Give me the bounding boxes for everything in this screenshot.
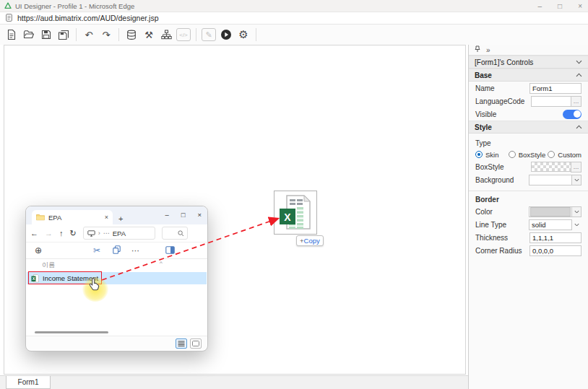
chevron-down-icon: [576, 60, 582, 64]
explorer-command-bar: ⊕ ✂ ⋯: [26, 242, 207, 259]
explorer-tab-epa[interactable]: EPA ×: [32, 210, 113, 224]
type-radio-group: Skin BoxStyle Custom: [469, 149, 588, 160]
file-explorer-window[interactable]: EPA × + – □ × ← → ↑ ↻ › ⋯ EPA: [25, 206, 208, 351]
panel-toolbar: »: [469, 45, 588, 56]
open-folder-button[interactable]: [20, 27, 38, 43]
controls-header[interactable]: [Form1]'s Controls: [469, 56, 588, 69]
window-controls: – □ ×: [538, 0, 582, 12]
run-button[interactable]: [217, 27, 235, 43]
line-type-value: solid: [529, 219, 572, 230]
horizontal-scrollbar[interactable]: [26, 330, 207, 336]
new-tab-button[interactable]: +: [118, 214, 123, 223]
drag-source-highlight: [28, 271, 102, 284]
breadcrumb-ellipsis[interactable]: ⋯: [103, 230, 110, 237]
list-view-toggle[interactable]: [176, 338, 187, 349]
build-tools-button[interactable]: ⚒: [140, 27, 157, 43]
thickness-input[interactable]: [529, 232, 581, 243]
toolbar-divider: [76, 28, 77, 41]
breadcrumb-folder[interactable]: EPA: [113, 230, 126, 237]
explorer-tab-strip: EPA × + – □ ×: [26, 206, 207, 224]
database-button[interactable]: [123, 27, 140, 43]
column-header-row: 이름 ^: [26, 259, 207, 271]
file-row-income-statement[interactable]: X Income Statement: [27, 272, 207, 284]
sitemap-button[interactable]: [157, 27, 175, 43]
maximize-button[interactable]: □: [558, 0, 562, 12]
chevron-down-icon: [571, 206, 581, 217]
svg-text:X: X: [284, 211, 291, 222]
collapse-panel-icon[interactable]: »: [486, 46, 490, 54]
close-button[interactable]: ×: [578, 0, 582, 12]
radio-custom[interactable]: Custom: [548, 151, 581, 159]
explorer-tab-title: EPA: [48, 214, 101, 222]
explorer-search-box[interactable]: [162, 227, 188, 240]
undo-button[interactable]: ↶: [80, 27, 98, 43]
line-type-select[interactable]: solid: [529, 219, 581, 230]
toolbar-divider: [256, 28, 256, 41]
corner-radius-input[interactable]: [529, 245, 581, 256]
settings-button[interactable]: ⚙: [235, 27, 252, 43]
form1-tab[interactable]: Form1: [6, 376, 51, 389]
style-section-header[interactable]: Style: [469, 121, 588, 134]
color-swatch: [530, 207, 571, 217]
url-bar[interactable]: https://aud.bimatrix.com/AUD/designer.js…: [0, 12, 588, 25]
forward-button[interactable]: →: [45, 229, 53, 237]
radio-skin-label: Skin: [485, 151, 498, 159]
edit-button[interactable]: ✎: [202, 28, 216, 41]
more-options-button[interactable]: ⋯: [131, 246, 139, 255]
up-button[interactable]: ↑: [59, 229, 64, 237]
large-icons-view-toggle[interactable]: [190, 338, 202, 349]
thickness-property-row: Thickness: [469, 231, 588, 244]
language-code-ellipsis-button[interactable]: …: [571, 96, 581, 107]
background-label: Background: [475, 176, 514, 184]
app-logo-icon: [4, 0, 12, 12]
border-section-label: Border: [475, 196, 499, 204]
name-property-row: Name: [469, 82, 588, 95]
toolbar-divider: [118, 28, 119, 41]
explorer-close-button[interactable]: ×: [197, 211, 202, 219]
url-text: https://aud.bimatrix.com/AUD/designer.js…: [17, 14, 159, 22]
explorer-maximize-button[interactable]: □: [181, 211, 186, 219]
explorer-status-bar: [26, 336, 207, 350]
type-label: Type: [475, 139, 491, 147]
line-type-label: Line Type: [475, 221, 506, 229]
new-file-button[interactable]: [3, 27, 20, 43]
explorer-window-controls: – □ ×: [165, 206, 202, 222]
file-list-empty-area[interactable]: [26, 284, 207, 330]
radio-skin[interactable]: Skin: [475, 151, 509, 159]
language-code-input[interactable]: [531, 96, 571, 107]
radio-boxstyle[interactable]: BoxStyle: [509, 151, 548, 159]
radio-custom-label: Custom: [558, 151, 581, 159]
boxstyle-swatch[interactable]: [531, 162, 571, 172]
copy-button[interactable]: [113, 244, 121, 257]
preview-pane-button[interactable]: [165, 244, 175, 257]
dropped-excel-item[interactable]: X: [274, 191, 317, 235]
border-color-dropdown[interactable]: [529, 206, 581, 217]
background-dropdown[interactable]: [529, 175, 581, 185]
scrollbar-thumb[interactable]: [35, 331, 108, 333]
refresh-button[interactable]: ↻: [70, 229, 77, 238]
explorer-minimize-button[interactable]: –: [165, 211, 168, 219]
save-all-button[interactable]: [55, 27, 72, 43]
save-button[interactable]: [38, 27, 55, 43]
cut-button[interactable]: ✂: [93, 245, 100, 255]
new-item-button[interactable]: ⊕: [35, 245, 42, 255]
base-section-label: Base: [475, 71, 492, 79]
code-button[interactable]: </>: [176, 28, 191, 41]
minimize-button[interactable]: –: [538, 0, 542, 12]
boxstyle-ellipsis-button[interactable]: …: [571, 162, 581, 172]
back-button[interactable]: ←: [30, 229, 38, 237]
visible-toggle[interactable]: [563, 110, 581, 119]
tab-close-icon[interactable]: ×: [105, 214, 108, 221]
type-label-row: Type: [469, 137, 588, 149]
radio-dot: [548, 151, 555, 158]
address-box[interactable]: › ⋯ EPA: [83, 227, 155, 240]
base-section-header[interactable]: Base: [469, 69, 588, 82]
radio-boxstyle-label: BoxStyle: [519, 151, 546, 159]
border-color-label: Color: [475, 208, 493, 216]
edge-titlebar: UI Designer - Profile 1 - Microsoft Edge…: [0, 0, 588, 12]
redo-button[interactable]: ↷: [98, 27, 115, 43]
pin-icon[interactable]: [475, 45, 480, 54]
folder-icon: [36, 214, 45, 221]
name-column-header[interactable]: 이름: [42, 261, 55, 270]
name-input[interactable]: [529, 83, 581, 94]
